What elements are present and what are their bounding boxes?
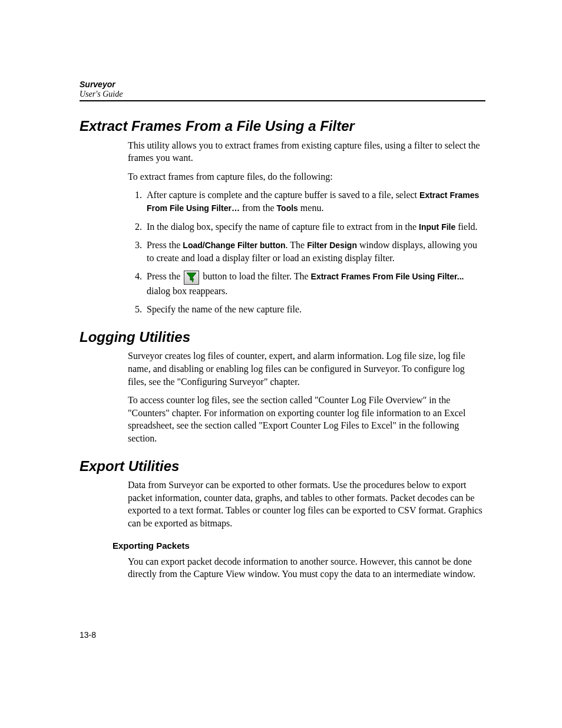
section-content-extract-frames: This utility allows you to extract frame… [128, 139, 485, 316]
logging-paragraph-1: Surveyor creates log files of counter, e… [128, 350, 485, 388]
svg-marker-1 [191, 279, 194, 282]
ui-extract-frames-dialog: Extract Frames From File Using Filter... [311, 272, 464, 281]
ui-tools-menu: Tools [277, 203, 298, 213]
section-content-export: Data from Surveyor can be exported to ot… [128, 479, 485, 529]
lead-paragraph: To extract frames from capture files, do… [128, 170, 485, 183]
step-4-text-b: button to load the filter. The [200, 271, 310, 281]
exporting-packets-paragraph: You can export packet decode information… [128, 555, 485, 581]
page-number: 13-8 [80, 630, 96, 640]
document-type: User's Guide [80, 90, 485, 99]
logging-paragraph-2: To access counter log files, see the sec… [128, 394, 485, 444]
step-5-text: Specify the name of the new capture file… [147, 304, 302, 314]
section-content-logging: Surveyor creates log files of counter, e… [128, 350, 485, 444]
step-2-text-a: In the dialog box, specify the name of c… [147, 222, 419, 232]
step-1: After capture is complete and the captur… [144, 189, 485, 214]
ui-input-file-field: Input File [419, 222, 455, 232]
ui-filter-design-window: Filter Design [307, 241, 357, 250]
ui-load-change-filter-button: Load/Change Filter button [183, 241, 285, 250]
step-4-text-a: Press the [147, 271, 183, 281]
step-3: Press the Load/Change Filter button. The… [144, 239, 485, 264]
step-1-text-a: After capture is complete and the captur… [147, 190, 419, 200]
step-2: In the dialog box, specify the name of c… [144, 220, 485, 233]
step-4: Press the button to load the filter. The… [144, 270, 485, 297]
intro-paragraph: This utility allows you to extract frame… [128, 139, 485, 164]
step-1-text-c: from the [240, 203, 277, 213]
page-header: Surveyor User's Guide [80, 80, 485, 101]
step-2-text-c: field. [455, 222, 477, 232]
steps-list: After capture is complete and the captur… [128, 189, 485, 315]
section-title-export-utilities: Export Utilities [80, 458, 485, 475]
subheading-exporting-packets: Exporting Packets [113, 541, 485, 551]
section-title-logging-utilities: Logging Utilities [80, 329, 485, 345]
step-3-text-a: Press the [147, 240, 183, 250]
page: Surveyor User's Guide Extract Frames Fro… [0, 0, 562, 728]
filter-load-icon [184, 271, 199, 285]
product-name: Surveyor [80, 80, 485, 89]
step-5: Specify the name of the new capture file… [144, 303, 485, 316]
export-paragraph-1: Data from Surveyor can be exported to ot… [128, 479, 485, 529]
section-title-extract-frames: Extract Frames From a File Using a Filte… [80, 118, 485, 134]
exporting-packets-content: You can export packet decode information… [128, 555, 485, 581]
step-1-text-e: menu. [298, 203, 324, 213]
step-3-text-c: . The [286, 240, 308, 250]
step-4-text-d: dialog box reappears. [147, 286, 227, 296]
